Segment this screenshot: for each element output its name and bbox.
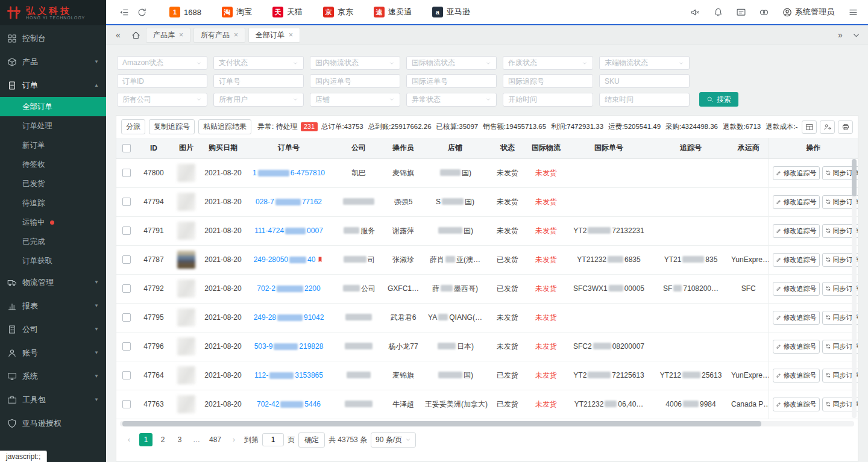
- copy-tracking-button[interactable]: 复制追踪号: [149, 119, 195, 134]
- tabs-scroll-left-icon[interactable]: «: [111, 30, 125, 40]
- edit-tracking-button[interactable]: 修改追踪号: [773, 369, 820, 382]
- sidebar-subitem-pending-receipt[interactable]: 待签收: [0, 155, 106, 174]
- goto-page-input[interactable]: [262, 433, 284, 446]
- close-tab-icon[interactable]: ×: [234, 31, 238, 39]
- tab-all-orders[interactable]: 全部订单×: [248, 28, 300, 43]
- order-id-input[interactable]: [117, 74, 207, 88]
- order-no-link[interactable]: 111-47240007: [254, 226, 323, 235]
- sidebar-item-company[interactable]: 公司▼: [0, 317, 106, 341]
- edit-tracking-button[interactable]: 修改追踪号: [773, 340, 820, 354]
- end-time-input[interactable]: [599, 93, 690, 107]
- sidebar-item-accounts[interactable]: 账号▼: [0, 341, 106, 364]
- tab-product-library[interactable]: 产品库×: [146, 28, 190, 43]
- print-button[interactable]: [838, 120, 853, 134]
- row-checkbox[interactable]: [122, 313, 131, 322]
- sidebar-item-orders[interactable]: 订单▲: [0, 73, 106, 97]
- void-status-select[interactable]: 作废状态: [503, 56, 593, 70]
- edit-tracking-button[interactable]: 修改追踪号: [773, 398, 820, 411]
- rings-icon[interactable]: [755, 3, 773, 21]
- amazon-status-select[interactable]: Amazon状态: [117, 56, 207, 70]
- marketplace-link-tmall[interactable]: 天天猫: [262, 0, 313, 24]
- exception-status-select[interactable]: 异常状态: [406, 93, 497, 107]
- row-checkbox[interactable]: [122, 169, 131, 177]
- close-tab-icon[interactable]: ×: [289, 31, 293, 39]
- start-time-input[interactable]: [503, 93, 593, 107]
- home-tab-icon[interactable]: [128, 28, 143, 42]
- row-checkbox[interactable]: [122, 400, 131, 408]
- horizontal-scrollbar[interactable]: [120, 421, 854, 426]
- edit-tracking-button[interactable]: 修改追踪号: [773, 253, 820, 267]
- close-tab-icon[interactable]: ×: [179, 31, 183, 39]
- order-no-link[interactable]: 503-9219828: [254, 342, 324, 351]
- intl-waybill-input[interactable]: [406, 74, 497, 88]
- sidebar-subitem-all-orders[interactable]: 全部订单: [0, 97, 106, 116]
- order-no-link[interactable]: 702-22200: [257, 284, 320, 293]
- sidebar-item-reports[interactable]: 报表▼: [0, 294, 106, 317]
- edit-tracking-button[interactable]: 修改追踪号: [773, 224, 820, 238]
- marketplace-link-aliexpress[interactable]: 速速卖通: [363, 0, 422, 24]
- page-button[interactable]: 3: [173, 433, 186, 446]
- sidebar-subitem-pending-tracking[interactable]: 待追踪: [0, 193, 106, 213]
- domestic-waybill-input[interactable]: [310, 74, 400, 88]
- sidebar-item-system[interactable]: 系统▼: [0, 364, 106, 388]
- domestic-log-status-select[interactable]: 国内物流状态: [310, 56, 400, 70]
- order-no-link[interactable]: 249-2805040: [254, 255, 324, 264]
- search-button[interactable]: 搜索: [699, 92, 738, 107]
- column-settings-button[interactable]: [802, 120, 817, 134]
- company-select[interactable]: 所有公司: [117, 93, 207, 107]
- refresh-icon[interactable]: [133, 3, 151, 21]
- sidebar-item-toolkit[interactable]: 工具包▼: [0, 388, 106, 411]
- intl-log-status-select[interactable]: 国际物流状态: [406, 56, 497, 70]
- confirm-button[interactable]: 确定: [298, 432, 325, 448]
- speaker-icon[interactable]: [686, 3, 704, 21]
- more-menu-icon[interactable]: [844, 3, 862, 21]
- edit-tracking-button[interactable]: 修改追踪号: [773, 282, 820, 296]
- select-all-checkbox[interactable]: [122, 144, 131, 152]
- order-no-input[interactable]: [213, 74, 304, 88]
- sidebar-item-amazon-auth[interactable]: 亚马逊授权: [0, 411, 106, 435]
- marketplace-link-jd[interactable]: 京京东: [313, 0, 363, 24]
- sidebar-item-logistics[interactable]: 物流管理▼: [0, 270, 106, 294]
- message-panel-icon[interactable]: [732, 3, 750, 21]
- notification-bell-icon[interactable]: [709, 3, 727, 21]
- sidebar-subitem-shipped[interactable]: 已发货: [0, 174, 106, 193]
- edit-tracking-button[interactable]: 修改追踪号: [773, 311, 820, 325]
- next-page-button[interactable]: ›: [227, 433, 241, 446]
- sidebar-item-products[interactable]: 产品▼: [0, 50, 106, 73]
- export-button[interactable]: [820, 120, 835, 134]
- tab-all-products[interactable]: 所有产品×: [193, 28, 245, 43]
- edit-tracking-button[interactable]: 修改追踪号: [773, 166, 820, 180]
- sidebar-subitem-completed[interactable]: 已完成: [0, 232, 106, 251]
- row-checkbox[interactable]: [122, 198, 131, 206]
- row-checkbox[interactable]: [122, 255, 131, 264]
- page-button[interactable]: 2: [156, 433, 169, 446]
- marketplace-link-amazon[interactable]: a亚马逊: [422, 0, 480, 24]
- row-checkbox[interactable]: [122, 342, 131, 351]
- paste-tracking-button[interactable]: 粘贴追踪结果: [198, 119, 251, 134]
- edit-tracking-button[interactable]: 修改追踪号: [773, 195, 820, 209]
- order-no-link[interactable]: 249-2891042: [254, 313, 324, 322]
- user-menu[interactable]: 系统管理员: [778, 7, 839, 17]
- horizontal-scrollbar-thumb[interactable]: [122, 421, 761, 426]
- order-no-link[interactable]: 702-425446: [257, 400, 321, 408]
- page-button[interactable]: 487: [207, 433, 224, 446]
- order-no-link[interactable]: 112-3153865: [254, 371, 323, 379]
- sidebar-item-console[interactable]: 控制台: [0, 27, 106, 50]
- sku-input[interactable]: [599, 74, 690, 88]
- tabs-dropdown-icon[interactable]: [849, 28, 863, 42]
- intl-tracking-input[interactable]: [503, 74, 593, 88]
- row-checkbox[interactable]: [122, 226, 131, 235]
- page-button[interactable]: 1: [139, 433, 153, 446]
- prev-page-button[interactable]: ‹: [122, 433, 136, 446]
- lastmile-status-select[interactable]: 末端物流状态: [599, 56, 690, 70]
- user-select[interactable]: 所有用户: [213, 93, 304, 107]
- marketplace-link-1688[interactable]: 11688: [159, 0, 212, 24]
- order-no-link[interactable]: 16-4757810: [253, 169, 325, 177]
- sidebar-subitem-order-processing[interactable]: 订单处理: [0, 116, 106, 136]
- sidebar-subitem-new-orders[interactable]: 新订单: [0, 136, 106, 155]
- sidebar-subitem-in-transit[interactable]: 运输中: [0, 213, 106, 232]
- shop-select[interactable]: 店铺: [310, 93, 400, 107]
- tabs-scroll-right-icon[interactable]: »: [833, 30, 848, 40]
- sidebar-subitem-order-fetch[interactable]: 订单获取: [0, 251, 106, 270]
- row-checkbox[interactable]: [122, 371, 131, 379]
